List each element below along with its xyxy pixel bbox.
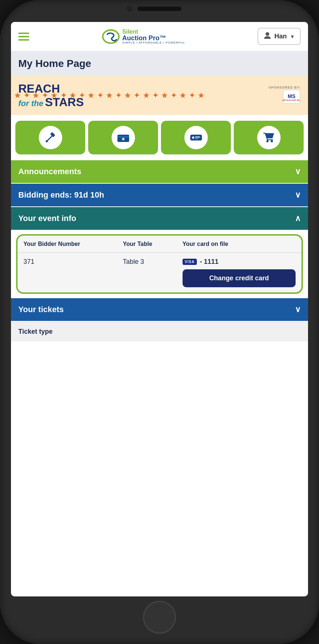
svg-point-16 — [271, 140, 273, 142]
ticket-type-row: Ticket type — [11, 322, 308, 341]
hamburger-line-2 — [18, 36, 29, 37]
svg-rect-14 — [195, 138, 198, 139]
bid-icon-circle — [39, 126, 62, 149]
logo-silent: Silent — [122, 29, 185, 35]
ticket-icon-circle — [184, 126, 208, 149]
event-info-card: Your Bidder Number Your Table Your card … — [16, 234, 303, 294]
svg-point-10 — [123, 138, 124, 140]
svg-text:MITCH·STUART INC.: MITCH·STUART INC. — [283, 99, 301, 101]
card-info-cell: VISA - 1111 Change credit card — [177, 253, 301, 293]
tickets-chevron-icon: ∨ — [295, 305, 301, 314]
event-info-chevron-icon: ∧ — [295, 214, 301, 223]
sponsor-logo: MS MITCH·STUART INC. — [269, 89, 301, 106]
logo-tagline: Simple • Affordable • Powerful — [122, 41, 185, 44]
bidder-number-value: 371 — [18, 253, 117, 293]
table-row: 371 Table 3 VISA - 1111 Change credit ca… — [18, 253, 301, 293]
banner-title: REACH for the STARS — [18, 82, 269, 109]
logo-text: Silent Auction Pro™ Simple • Affordable … — [122, 29, 185, 44]
phone-camera — [127, 6, 132, 12]
logo-auction-pro: Auction Pro™ — [122, 35, 185, 41]
card-number-line: VISA - 1111 — [183, 258, 296, 266]
svg-point-1 — [266, 32, 269, 36]
banner: ★ ✦ ★ ✦ ★ ✦ ★ ✦ ★ ✦ ★ ✦ ★ ✦ ★ ✦ ★ ✦ ★ ✦ … — [11, 76, 308, 115]
bidding-chevron-icon: ∨ — [295, 190, 301, 200]
svg-point-12 — [192, 136, 194, 139]
action-buttons-row — [11, 115, 308, 160]
change-credit-card-button[interactable]: Change credit card — [183, 269, 296, 287]
svg-rect-13 — [195, 136, 200, 138]
hamburger-menu[interactable] — [18, 33, 29, 41]
pay-icon-circle — [112, 126, 135, 149]
banner-reach: REACH — [18, 82, 60, 95]
event-info-label: Your event info — [18, 214, 76, 223]
user-icon — [263, 31, 271, 41]
header: Silent Auction Pro™ Simple • Affordable … — [11, 22, 308, 51]
table-header: Your Table — [117, 236, 177, 253]
svg-text:MS: MS — [288, 93, 296, 99]
logo-icon — [102, 29, 120, 44]
svg-rect-8 — [117, 136, 129, 138]
banner-for-the: for the — [18, 99, 43, 108]
sponsored-by-label: SPONSORED BY: — [269, 86, 301, 89]
gavel-icon — [44, 131, 57, 144]
cart-icon-circle — [257, 126, 281, 149]
username-label: Han — [274, 33, 287, 40]
cash-icon — [117, 131, 130, 144]
phone-home-button[interactable] — [143, 601, 176, 634]
announcements-chevron-icon: ∨ — [295, 167, 301, 176]
banner-stars-word: STARS — [45, 96, 84, 109]
svg-point-15 — [266, 140, 269, 142]
event-info-section-header[interactable]: Your event info ∧ — [11, 207, 308, 230]
hamburger-line-3 — [18, 39, 29, 41]
tickets-label: Your tickets — [18, 305, 64, 314]
card-last-four: - 1111 — [200, 258, 218, 266]
user-chevron-icon: ▼ — [290, 34, 295, 40]
event-info-table: Your Bidder Number Your Table Your card … — [18, 236, 301, 292]
svg-point-0 — [103, 30, 119, 43]
ticket-icon — [189, 131, 203, 144]
bid-button[interactable] — [15, 121, 85, 154]
bidder-number-header: Your Bidder Number — [18, 236, 117, 253]
visa-badge: VISA — [183, 259, 197, 265]
cart-button[interactable] — [234, 121, 304, 154]
shopping-cart-icon — [262, 131, 275, 144]
svg-point-6 — [46, 140, 48, 142]
announcements-section-header[interactable]: Announcements ∨ — [11, 160, 308, 183]
screen: Silent Auction Pro™ Simple • Affordable … — [11, 22, 308, 596]
banner-sponsor: SPONSORED BY: MS MITCH·STUART INC. — [269, 86, 301, 106]
table-value: Table 3 — [117, 253, 177, 293]
announcements-label: Announcements — [18, 167, 81, 176]
card-on-file-container: VISA - 1111 Change credit card — [183, 258, 296, 287]
phone-speaker — [138, 7, 181, 11]
user-menu-button[interactable]: Han ▼ — [258, 28, 301, 45]
pay-button[interactable] — [88, 121, 158, 154]
phone-frame: Silent Auction Pro™ Simple • Affordable … — [0, 0, 319, 644]
page-title-bar: My Home Page — [11, 51, 308, 76]
ticket-button[interactable] — [161, 121, 231, 154]
ticket-type-label: Ticket type — [18, 328, 53, 335]
bidding-section-header[interactable]: Bidding ends: 91d 10h ∨ — [11, 184, 308, 206]
bidding-label: Bidding ends: 91d 10h — [18, 190, 104, 200]
page-title: My Home Page — [18, 58, 301, 70]
tickets-section-header[interactable]: Your tickets ∨ — [11, 298, 308, 321]
card-on-file-header: Your card on file — [177, 236, 301, 253]
hamburger-line-1 — [18, 33, 29, 34]
logo: Silent Auction Pro™ Simple • Affordable … — [102, 29, 185, 44]
